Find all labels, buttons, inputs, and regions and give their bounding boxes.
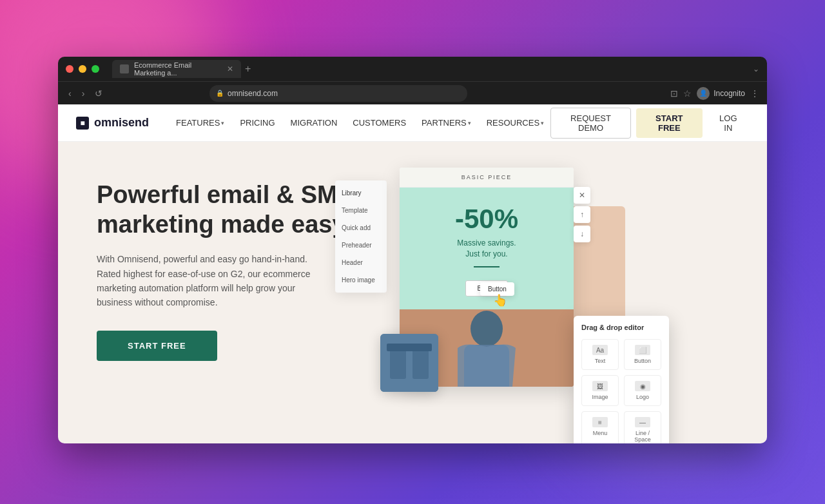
logo-icon: ◉ xyxy=(635,381,650,391)
active-tab[interactable]: Ecommerce Email Marketing a... ✕ xyxy=(112,60,241,78)
nav-resources-label: RESOURCES xyxy=(487,118,539,128)
nav-features[interactable]: FEATURES ▾ xyxy=(170,114,231,131)
start-free-nav-button[interactable]: START FREE xyxy=(636,108,703,138)
reload-button[interactable]: ↺ xyxy=(92,87,105,100)
nav-links: FEATURES ▾ PRICING MIGRATION CUSTOMERS P… xyxy=(170,114,550,131)
nav-customers[interactable]: CUSTOMERS xyxy=(346,114,412,131)
move-down-button[interactable]: ↓ xyxy=(574,226,590,242)
line-icon: — xyxy=(635,417,650,427)
nav-migration[interactable]: MIGRATION xyxy=(284,114,344,131)
nav-partners-label: PARTNERS xyxy=(422,118,467,128)
sidebar-item-library[interactable]: Library xyxy=(335,184,387,202)
fullscreen-button[interactable] xyxy=(92,65,99,73)
hero-cta-button[interactable]: START FREE xyxy=(97,331,217,361)
dnd-title: Drag & drop editor xyxy=(581,324,661,331)
hero-heading: Powerful email & SMS marketing made easy xyxy=(97,180,367,239)
discount-sub1: Massive savings. Just for you. xyxy=(412,238,561,260)
logo[interactable]: ■ omnisend xyxy=(76,116,149,130)
sidebar-item-header[interactable]: Header xyxy=(335,254,387,271)
hero-section: Powerful email & SMS marketing made easy… xyxy=(58,142,767,443)
dnd-item-menu[interactable]: ≡ Menu xyxy=(581,411,619,443)
chevron-down-icon: ▾ xyxy=(541,120,544,126)
logo-text: omnisend xyxy=(94,116,149,130)
tab-favicon xyxy=(120,64,129,73)
sidebar-item-preheader[interactable]: Preheader xyxy=(335,237,387,254)
dnd-item-logo[interactable]: ◉ Logo xyxy=(624,375,661,406)
email-brand: BASIC PIECE xyxy=(400,168,574,188)
website-content: ■ omnisend FEATURES ▾ PRICING MIGRATION … xyxy=(58,104,767,443)
back-button[interactable]: ‹ xyxy=(66,87,74,100)
nav-migration-label: MIGRATION xyxy=(291,118,338,128)
login-button[interactable]: LOG IN xyxy=(708,108,749,138)
hero-subtext: With Omnisend, powerful and easy go hand… xyxy=(97,252,329,310)
sidebar-item-quickadd[interactable]: Quick add xyxy=(335,219,387,237)
url-text: omnisend.com xyxy=(228,89,278,98)
chevron-down-icon: ▾ xyxy=(221,120,224,126)
nav-customers-label: CUSTOMERS xyxy=(353,118,406,128)
dnd-grid: Aa Text ⬜ Button 🖼 Image ◉ xyxy=(581,339,661,443)
svg-rect-5 xyxy=(412,347,429,379)
site-nav: ■ omnisend FEATURES ▾ PRICING MIGRATION … xyxy=(58,104,767,142)
browser-window: Ecommerce Email Marketing a... ✕ + ⌄ ‹ ›… xyxy=(58,57,767,443)
bookmark-icon[interactable]: ☆ xyxy=(683,88,692,99)
tab-title: Ecommerce Email Marketing a... xyxy=(134,61,222,77)
chevron-down-icon: ▾ xyxy=(468,120,471,126)
image-icon: 🖼 xyxy=(592,381,608,391)
email-controls: ✕ ↑ ↓ xyxy=(574,187,590,242)
button-icon: ⬜ xyxy=(635,345,650,355)
svg-rect-3 xyxy=(380,334,438,392)
dnd-text-label: Text xyxy=(595,358,606,364)
tab-bar: Ecommerce Email Marketing a... ✕ + ⌄ xyxy=(112,60,759,78)
dnd-button-label: Button xyxy=(634,358,651,364)
collapse-icon[interactable]: ⌄ xyxy=(753,64,759,73)
incognito-label: Incognito xyxy=(713,89,745,98)
avatar: 👤 xyxy=(697,87,710,100)
browser-titlebar: Ecommerce Email Marketing a... ✕ + ⌄ xyxy=(58,57,767,81)
nav-actions: REQUEST DEMO START FREE LOG IN xyxy=(550,108,749,139)
request-demo-button[interactable]: REQUEST DEMO xyxy=(550,108,631,139)
dnd-item-button[interactable]: ⬜ Button xyxy=(624,339,661,370)
browser-toolbar: ‹ › ↺ 🔒 omnisend.com ⊡ ☆ 👤 Incognito ⋮ xyxy=(58,81,767,104)
nav-features-label: FEATURES xyxy=(176,118,220,128)
new-tab-button[interactable]: + xyxy=(245,63,251,75)
dnd-image-label: Image xyxy=(592,394,608,400)
menu-icon: ≡ xyxy=(592,417,608,427)
logo-icon: ■ xyxy=(76,117,89,130)
nav-pricing[interactable]: PRICING xyxy=(233,114,281,131)
svg-point-1 xyxy=(471,311,503,347)
move-up-button[interactable]: ↑ xyxy=(574,206,590,223)
dnd-item-text[interactable]: Aa Text xyxy=(581,339,619,370)
nav-partners[interactable]: PARTNERS ▾ xyxy=(415,114,478,131)
svg-rect-6 xyxy=(387,344,432,351)
sidebar-panel: Library Template Quick add Preheader Hea… xyxy=(335,180,387,293)
dnd-item-line[interactable]: — Line / Space xyxy=(624,411,661,443)
dnd-line-label: Line / Space xyxy=(630,430,655,443)
dnd-menu-label: Menu xyxy=(593,430,608,436)
close-ctrl-button[interactable]: ✕ xyxy=(574,187,590,204)
tab-close-icon[interactable]: ✕ xyxy=(227,64,233,73)
nav-resources[interactable]: RESOURCES ▾ xyxy=(480,114,550,131)
lock-icon: 🔒 xyxy=(216,90,224,97)
incognito-badge[interactable]: 👤 Incognito xyxy=(697,87,745,100)
text-icon: Aa xyxy=(592,345,608,355)
close-button[interactable] xyxy=(66,65,73,73)
dnd-logo-label: Logo xyxy=(636,394,649,400)
minimize-button[interactable] xyxy=(79,65,86,73)
dnd-item-image[interactable]: 🖼 Image xyxy=(581,375,619,406)
nav-pricing-label: PRICING xyxy=(240,118,275,128)
svg-rect-4 xyxy=(390,347,406,379)
hero-left: Powerful email & SMS marketing made easy… xyxy=(97,168,367,443)
cast-icon: ⊡ xyxy=(670,88,678,99)
cursor-icon: 👆 xyxy=(493,293,507,307)
address-bar[interactable]: 🔒 omnisend.com xyxy=(209,85,467,102)
menu-icon[interactable]: ⋮ xyxy=(750,88,759,99)
sidebar-item-heroimage[interactable]: Hero image xyxy=(335,271,387,289)
discount-text: -50% xyxy=(412,206,561,233)
discount-line xyxy=(474,266,500,267)
hero-right: Library Template Quick add Preheader Hea… xyxy=(380,168,741,443)
forward-button[interactable]: › xyxy=(79,87,88,100)
jeans-thumbnail xyxy=(380,334,438,392)
toolbar-actions: ⊡ ☆ 👤 Incognito ⋮ xyxy=(670,87,759,100)
sidebar-item-template[interactable]: Template xyxy=(335,202,387,219)
dnd-editor-panel: Drag & drop editor Aa Text ⬜ Button 🖼 I xyxy=(574,316,669,443)
